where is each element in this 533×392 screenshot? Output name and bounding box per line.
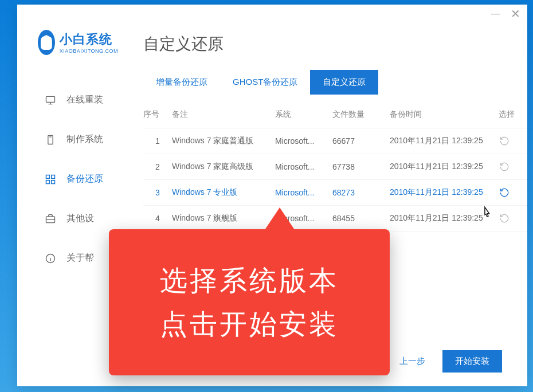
cell-time: 2010年11月21日 12:39:25 bbox=[390, 136, 499, 146]
svg-rect-0 bbox=[46, 96, 55, 102]
cell-system: Microsoft... bbox=[275, 162, 332, 171]
cell-note: Windows 7 家庭普通版 bbox=[172, 136, 275, 146]
close-button[interactable]: ✕ bbox=[511, 7, 520, 21]
callout-line2: 点击开始安装 bbox=[160, 306, 339, 343]
nav-label: 制作系统 bbox=[66, 134, 103, 146]
callout-tooltip: 选择系统版本 点击开始安装 bbox=[109, 229, 390, 375]
cell-note: Windows 7 旗舰版 bbox=[172, 213, 275, 224]
cell-filecount: 66677 bbox=[332, 136, 390, 146]
table-row[interactable]: 3 Windows 7 专业版 Microsoft... 68273 2010年… bbox=[143, 180, 527, 206]
nav-label: 关于帮 bbox=[66, 252, 94, 264]
restore-icon[interactable] bbox=[499, 135, 510, 147]
usb-icon bbox=[45, 134, 56, 146]
col-note: 备注 bbox=[172, 109, 275, 120]
start-install-button[interactable]: 开始安装 bbox=[442, 350, 502, 373]
col-system: 系统 bbox=[275, 109, 332, 120]
table-row[interactable]: 2 Windows 7 家庭高级版 Microsoft... 67738 201… bbox=[143, 154, 527, 180]
col-time: 备份时间 bbox=[390, 109, 499, 120]
svg-rect-2 bbox=[46, 175, 50, 178]
logo-text: 小白系统 XIAOBAIXITONG.COM bbox=[60, 31, 118, 54]
grid-icon bbox=[45, 174, 56, 185]
cell-system: Microsoft... bbox=[275, 136, 332, 146]
logo-icon bbox=[38, 30, 55, 55]
cell-idx: 1 bbox=[143, 136, 172, 146]
col-idx: 序号 bbox=[143, 109, 172, 120]
table-row[interactable]: 1 Windows 7 家庭普通版 Microsoft... 66677 201… bbox=[143, 128, 527, 154]
restore-icon[interactable] bbox=[499, 213, 510, 224]
nav-label: 在线重装 bbox=[66, 94, 103, 106]
col-filecount: 文件数量 bbox=[332, 109, 390, 120]
cursor-pointer-icon bbox=[479, 205, 492, 220]
svg-rect-4 bbox=[46, 180, 50, 183]
cell-system: Microsoft... bbox=[275, 188, 332, 197]
info-icon bbox=[45, 253, 56, 264]
tab-custom[interactable]: 自定义还原 bbox=[310, 70, 378, 95]
callout-line1: 选择系统版本 bbox=[160, 262, 339, 299]
table-row[interactable]: 4 Windows 7 旗舰版 Microsoft... 68455 2010年… bbox=[143, 206, 527, 232]
nav-item-backup[interactable]: 备份还原 bbox=[17, 159, 132, 199]
titlebar: — ✕ bbox=[17, 5, 527, 23]
nav-item-reinstall[interactable]: 在线重装 bbox=[17, 80, 132, 120]
cell-time: 2010年11月21日 12:39:25 bbox=[390, 162, 499, 172]
nav-label: 备份还原 bbox=[66, 173, 103, 185]
logo: 小白系统 XIAOBAIXITONG.COM bbox=[17, 23, 132, 69]
nav-item-create[interactable]: 制作系统 bbox=[17, 120, 132, 159]
page-title: 自定义还原 bbox=[143, 33, 527, 55]
tab-incremental[interactable]: 增量备份还原 bbox=[143, 70, 220, 95]
logo-subtitle: XIAOBAIXITONG.COM bbox=[60, 48, 118, 54]
monitor-icon bbox=[45, 95, 56, 106]
cell-filecount: 68273 bbox=[332, 188, 390, 197]
restore-icon[interactable] bbox=[499, 187, 510, 198]
logo-title: 小白系统 bbox=[60, 31, 118, 48]
col-select: 选择 bbox=[499, 109, 527, 120]
minimize-button[interactable]: — bbox=[491, 9, 500, 19]
briefcase-icon bbox=[45, 213, 56, 225]
nav-label: 其他设 bbox=[66, 213, 94, 225]
cell-filecount: 67738 bbox=[332, 162, 390, 171]
cell-idx: 3 bbox=[143, 188, 172, 197]
cell-idx: 4 bbox=[143, 214, 172, 223]
svg-rect-5 bbox=[52, 180, 55, 183]
tab-ghost[interactable]: GHOST备份还原 bbox=[220, 70, 310, 95]
cell-time: 2010年11月21日 12:39:25 bbox=[390, 187, 499, 198]
cell-note: Windows 7 家庭高级版 bbox=[172, 162, 275, 172]
restore-icon[interactable] bbox=[499, 161, 510, 173]
svg-rect-3 bbox=[52, 175, 55, 178]
tabs: 增量备份还原 GHOST备份还原 自定义还原 bbox=[143, 70, 527, 95]
cell-filecount: 68455 bbox=[332, 214, 390, 223]
table-header: 序号 备注 系统 文件数量 备份时间 选择 bbox=[143, 101, 527, 128]
prev-button[interactable]: 上一步 bbox=[394, 351, 431, 371]
cell-idx: 2 bbox=[143, 162, 172, 171]
cell-note: Windows 7 专业版 bbox=[172, 187, 275, 198]
